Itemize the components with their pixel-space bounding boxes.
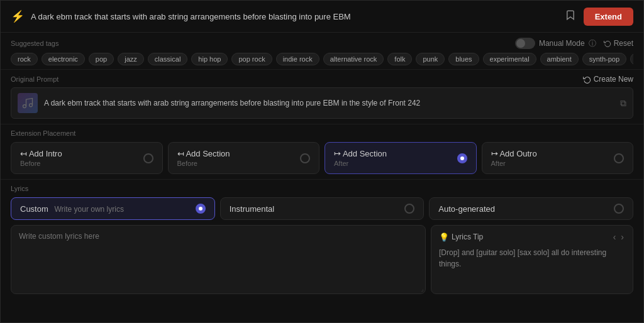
tip-next-button[interactable]: › [619, 232, 625, 242]
tags-section: Suggested tags Manual Mode ⓘ Reset [1, 33, 643, 70]
lyrics-option-custom[interactable]: Custom Write your own lyrics [11, 197, 215, 220]
placement-subtitle-intro: Before [20, 160, 62, 167]
lyrics-custom-sub: Write your own lyrics [54, 205, 123, 214]
tag-experimental[interactable]: experimental [483, 53, 536, 65]
tag-ambient[interactable]: ambient [540, 53, 579, 65]
extension-placement-label: Extension Placement [11, 129, 633, 137]
header-right: Extend [562, 7, 633, 26]
lyrics-radio-instrumental [404, 204, 414, 214]
tags-header: Suggested tags Manual Mode ⓘ Reset [11, 38, 633, 49]
lyrics-tip-panel: 💡 Lyrics Tip ‹ › [Drop] and [guitar solo… [431, 225, 633, 294]
placement-option-left-intro: ↤ Add Intro Before [20, 149, 62, 167]
lyrics-option-instrumental[interactable]: Instrumental [220, 197, 425, 220]
prompt-content: A dark ebm track that starts with arab s… [11, 87, 633, 119]
manual-mode-toggle[interactable] [515, 38, 535, 49]
tag-alternative-rock[interactable]: alternative rock [323, 53, 384, 65]
lyrics-label: Lyrics [11, 185, 633, 192]
prompt-thumbnail [18, 93, 38, 113]
placement-radio-intro [143, 153, 153, 163]
tip-header: 💡 Lyrics Tip ‹ › [439, 232, 625, 242]
tip-navigation: ‹ › [612, 232, 625, 242]
lyrics-instrumental-label: Instrumental [230, 204, 275, 214]
prompt-text: A dark ebm track that starts with arab s… [44, 99, 614, 107]
header-title: A dark ebm track that starts with arab s… [31, 12, 351, 21]
tag-rock[interactable]: rock [11, 53, 38, 65]
placement-option-left-section-after: ↦ Add Section After [334, 149, 387, 167]
placement-radio-section-after [457, 153, 467, 163]
placement-options: ↤ Add Intro Before ↤ Add Section Before [11, 142, 633, 174]
suggested-tags-label: Suggested tags [11, 40, 58, 47]
create-new-label: Create New [594, 75, 633, 84]
prompt-header: Original Prompt Create New [11, 75, 633, 84]
placement-add-intro-before[interactable]: ↤ Add Intro Before [11, 142, 163, 174]
lyrics-textarea-container: ⌟ [11, 225, 426, 294]
lyrics-section: Lyrics Custom Write your own lyrics Inst… [1, 180, 643, 322]
placement-title-intro: ↤ Add Intro [20, 149, 62, 158]
extension-placement-section: Extension Placement ↤ Add Intro Before ↤… [1, 124, 643, 180]
lyrics-option-custom-content: Custom Write your own lyrics [20, 204, 124, 214]
app-container: ⚡ A dark ebm track that starts with arab… [0, 0, 644, 323]
tag-blues[interactable]: blues [448, 53, 479, 65]
placement-title-outro: ↦ Add Outro [491, 149, 537, 158]
placement-radio-section-before [300, 153, 310, 163]
reset-label: Reset [614, 39, 633, 48]
placement-add-section-before[interactable]: ↤ Add Section Before [168, 142, 320, 174]
lyrics-textarea[interactable] [11, 225, 426, 294]
toggle-knob [516, 39, 525, 48]
tag-hip-hop[interactable]: hip hop [191, 53, 228, 65]
lyrics-main-row: ⌟ 💡 Lyrics Tip ‹ › [Drop] and [guitar so… [11, 225, 633, 294]
header: ⚡ A dark ebm track that starts with arab… [1, 1, 643, 33]
placement-add-outro-after[interactable]: ↦ Add Outro After [482, 142, 634, 174]
extend-button[interactable]: Extend [584, 8, 633, 26]
tag-pop[interactable]: pop [89, 53, 114, 65]
manual-mode-label: Manual Mode [539, 39, 585, 48]
lyrics-option-auto-generated[interactable]: Auto-generated [429, 197, 633, 220]
add-section-after-icon: ↦ [334, 149, 343, 158]
tag-punk[interactable]: punk [416, 53, 445, 65]
original-prompt-label: Original Prompt [11, 75, 58, 83]
original-prompt-section: Original Prompt Create New A dark ebm tr… [1, 70, 643, 124]
tip-title-row: 💡 Lyrics Tip [439, 233, 483, 242]
tag-synth-pop[interactable]: synth-pop [582, 53, 626, 65]
tag-hard-rock[interactable]: hard rock [630, 53, 633, 65]
create-new-button[interactable]: Create New [583, 75, 633, 84]
info-icon: ⓘ [589, 38, 596, 49]
tip-prev-button[interactable]: ‹ [612, 232, 618, 242]
lyrics-radio-custom [196, 204, 206, 214]
placement-radio-outro [614, 153, 624, 163]
placement-subtitle-section-before: Before [177, 160, 230, 167]
placement-subtitle-section-after: After [334, 160, 387, 167]
tag-folk[interactable]: folk [387, 53, 412, 65]
svg-point-1 [30, 104, 33, 107]
tip-text: [Drop] and [guitar solo] [sax solo] all … [439, 247, 625, 270]
add-outro-after-icon: ↦ [491, 149, 500, 158]
tags-controls: Manual Mode ⓘ Reset [515, 38, 633, 49]
manual-mode-row: Manual Mode ⓘ [515, 38, 596, 49]
lyrics-custom-label: Custom [20, 204, 48, 214]
tag-indie-rock[interactable]: indie rock [276, 53, 319, 65]
tag-classical[interactable]: classical [148, 53, 188, 65]
add-intro-before-icon: ↤ [20, 149, 29, 158]
tip-icon: 💡 [439, 233, 449, 242]
placement-subtitle-outro: After [491, 160, 537, 167]
tip-title: Lyrics Tip [452, 233, 483, 241]
copy-icon[interactable]: ⧉ [620, 98, 626, 109]
add-section-before-icon: ↤ [177, 149, 186, 158]
placement-option-left-outro: ↦ Add Outro After [491, 149, 537, 167]
bolt-icon: ⚡ [11, 9, 25, 23]
placement-title-section-before: ↤ Add Section [177, 149, 230, 158]
save-icon-button[interactable] [562, 7, 579, 26]
lyrics-options-row: Custom Write your own lyrics Instrumenta… [11, 197, 633, 220]
tag-electronic[interactable]: electronic [42, 53, 85, 65]
reset-button[interactable]: Reset [604, 39, 633, 48]
resize-handle: ⌟ [421, 285, 424, 292]
placement-add-section-after[interactable]: ↦ Add Section After [325, 142, 477, 174]
tag-jazz[interactable]: jazz [118, 53, 144, 65]
lyrics-auto-label: Auto-generated [438, 204, 495, 214]
placement-title-section-after: ↦ Add Section [334, 149, 387, 158]
lyrics-radio-auto [614, 204, 624, 214]
tags-row: rock electronic pop jazz classical hip h… [11, 53, 633, 65]
tag-pop-rock[interactable]: pop rock [231, 53, 272, 65]
placement-option-left-section-before: ↤ Add Section Before [177, 149, 230, 167]
header-left: ⚡ A dark ebm track that starts with arab… [11, 9, 562, 23]
